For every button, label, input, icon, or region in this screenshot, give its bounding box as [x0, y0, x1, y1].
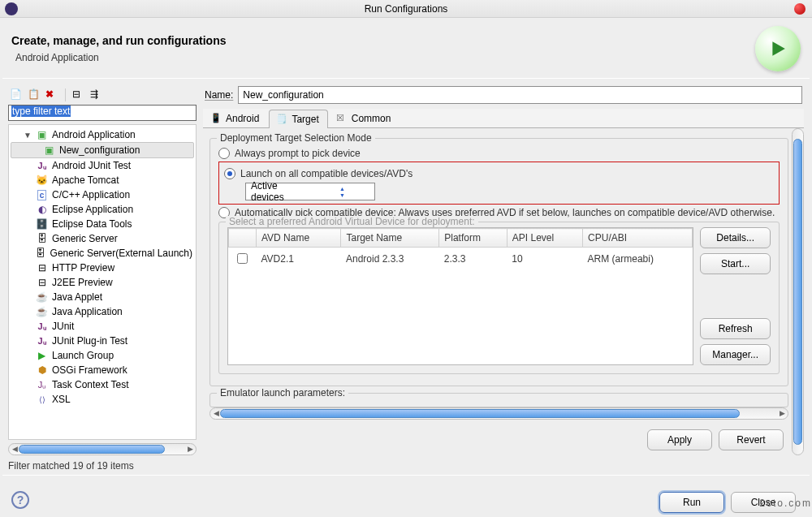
content-scroll-h[interactable]: ◀▶	[209, 407, 788, 420]
start-button[interactable]: Start...	[700, 253, 771, 274]
sidebar: type filter text ▼Android ApplicationNew…	[5, 84, 200, 473]
help-icon[interactable]: ?	[11, 491, 29, 509]
header-subtitle: Android Application	[15, 52, 227, 63]
radio-launch-all[interactable]: Launch on all compatible devices/AVD's	[224, 168, 774, 179]
filter-placeholder: type filter text	[11, 106, 71, 117]
content-scroll-v[interactable]	[792, 128, 804, 455]
tree-item[interactable]: JUnit Plug-in Test	[11, 334, 194, 348]
tab-target[interactable]: Target	[269, 110, 327, 128]
tab-android[interactable]: Android	[203, 109, 268, 127]
toolbar-separator	[65, 88, 66, 101]
tree-item[interactable]: C/C++ Application	[11, 187, 194, 202]
table-row[interactable]: AVD2.1Android 2.3.32.3.310ARM (armeabi)	[229, 248, 693, 270]
avd-section: Select a preferred Android Virtual Devic…	[218, 222, 780, 374]
sidebar-toolbar	[8, 85, 197, 105]
tree-item[interactable]: Android JUnit Test	[11, 158, 194, 173]
tree-item[interactable]: Eclipse Application	[11, 202, 194, 217]
tab-common[interactable]: Common	[329, 109, 400, 127]
watermark: 2cto.com	[759, 493, 812, 511]
col-cpu[interactable]: CPU/ABI	[583, 229, 693, 248]
titlebar: Run Configurations	[0, 0, 812, 18]
content-panel: Name: Android Target Common Deployment T…	[200, 84, 807, 473]
filter-status: Filter matched 19 of 19 items	[8, 460, 197, 472]
divider	[2, 78, 810, 79]
tree-item[interactable]: Apache Tomcat	[11, 173, 194, 187]
tree-item[interactable]: JUnit	[11, 319, 194, 334]
run-button[interactable]: Run	[659, 492, 724, 513]
chevron-updown-icon	[310, 186, 374, 198]
android-icon	[210, 113, 222, 124]
new-config-icon[interactable]	[10, 88, 23, 101]
header: Create, manage, and run configurations A…	[0, 18, 812, 76]
delete-config-icon[interactable]	[45, 88, 58, 101]
collapse-all-icon[interactable]	[72, 88, 85, 101]
filter-field[interactable]: type filter text	[8, 105, 197, 121]
deployment-mode-group: Deployment Target Selection Mode Always …	[209, 138, 788, 386]
device-filter-select[interactable]: Active devices	[245, 183, 375, 200]
name-label: Name:	[205, 89, 233, 101]
tree-item[interactable]: XSL	[11, 392, 194, 407]
col-target[interactable]: Target Name	[341, 229, 439, 248]
refresh-button[interactable]: Refresh	[700, 318, 771, 339]
col-avd[interactable]: AVD Name	[257, 229, 341, 248]
col-platform[interactable]: Platform	[439, 229, 508, 248]
avd-table[interactable]: AVD Name Target Name Platform API Level …	[227, 227, 693, 365]
common-icon	[336, 113, 348, 124]
tree-item[interactable]: OSGi Framework	[11, 363, 194, 377]
tree-item-child[interactable]: New_configuration	[11, 142, 194, 158]
name-input[interactable]	[238, 86, 802, 104]
emulator-params-group: Emulator launch parameters:	[209, 393, 788, 407]
tree-item[interactable]: HTTP Preview	[11, 261, 194, 275]
tree-item[interactable]: Launch Group	[11, 348, 194, 363]
eclipse-icon	[5, 2, 18, 15]
divider-bottom	[2, 475, 810, 476]
tree-item[interactable]: Java Application	[11, 304, 194, 319]
avd-legend: Select a preferred Android Virtual Devic…	[226, 216, 478, 227]
radio-prompt[interactable]: Always prompt to pick device	[218, 148, 780, 159]
col-api[interactable]: API Level	[507, 229, 582, 248]
deployment-mode-legend: Deployment Target Selection Mode	[217, 132, 375, 144]
header-title: Create, manage, and run configurations	[11, 34, 227, 47]
col-check[interactable]	[229, 229, 257, 248]
target-icon	[276, 114, 287, 125]
tree-item[interactable]: ▼Android Application	[11, 127, 194, 142]
close-icon[interactable]	[794, 3, 806, 15]
tree-item[interactable]: Generic Server(External Launch)	[11, 246, 194, 261]
config-tree[interactable]: ▼Android ApplicationNew_configurationAnd…	[8, 124, 197, 440]
radio-launch-all-highlight: Launch on all compatible devices/AVD's A…	[218, 162, 780, 205]
emulator-legend: Emulator launch parameters:	[217, 387, 348, 399]
sidebar-scroll-h[interactable]: ◀▶	[8, 443, 197, 455]
apply-button[interactable]: Apply	[647, 429, 712, 450]
revert-button[interactable]: Revert	[719, 429, 784, 450]
tree-item[interactable]: Generic Server	[11, 231, 194, 246]
avd-checkbox[interactable]	[237, 253, 248, 264]
tabs: Android Target Common	[203, 109, 804, 128]
details-button[interactable]: Details...	[700, 227, 771, 248]
svg-marker-0	[772, 41, 784, 56]
filter-icon[interactable]	[90, 88, 103, 101]
manager-button[interactable]: Manager...	[700, 344, 771, 365]
window-title: Run Configurations	[365, 3, 448, 15]
run-big-icon	[755, 26, 801, 71]
tree-item[interactable]: Java Applet	[11, 290, 194, 304]
tree-item[interactable]: Eclipse Data Tools	[11, 217, 194, 231]
duplicate-config-icon[interactable]	[28, 88, 41, 101]
tree-item[interactable]: Task Context Test	[11, 377, 194, 392]
tree-item[interactable]: J2EE Preview	[11, 275, 194, 290]
